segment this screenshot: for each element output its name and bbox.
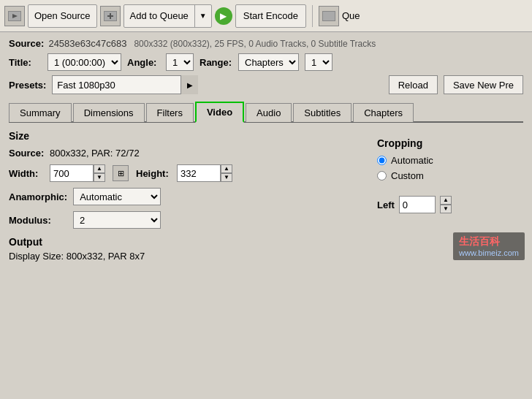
svg-rect-8 — [323, 12, 335, 20]
presets-container: ▶ — [52, 75, 198, 94]
range-extra-select[interactable]: 1 — [305, 53, 332, 71]
left-spinners: ▲ ▼ — [440, 196, 452, 213]
start-encode-label: Start Encode — [243, 10, 298, 21]
tab-dimensions[interactable]: Dimensions — [73, 103, 145, 122]
height-down-button[interactable]: ▼ — [221, 173, 232, 182]
cropping-auto-radio[interactable] — [377, 156, 387, 165]
output-title: Output — [9, 236, 362, 248]
watermark-url: www.bimeiz.com — [459, 248, 519, 257]
cropping-custom-row: Custom — [377, 170, 523, 181]
height-up-button[interactable]: ▲ — [221, 164, 232, 173]
reload-button[interactable]: Reload — [389, 75, 438, 94]
anamorphic-row: Anamorphic: Automatic None Loose Custom — [9, 188, 362, 205]
range-label: Range: — [200, 57, 232, 68]
cropping-section: Cropping Automatic Custom — [377, 137, 523, 181]
add-to-queue-main[interactable]: Add to Queue — [124, 5, 195, 27]
open-source-button[interactable]: Open Source — [28, 4, 97, 28]
cropping-radio-group: Automatic Custom — [377, 155, 523, 181]
left-down-button[interactable]: ▼ — [440, 205, 452, 213]
angle-select[interactable]: 1 — [166, 53, 194, 71]
width-down-button[interactable]: ▼ — [94, 173, 105, 182]
left-field-row: Left ▲ ▼ — [377, 196, 523, 213]
cropping-auto-row: Automatic — [377, 155, 523, 166]
width-label: Width: — [9, 168, 45, 179]
left-input[interactable] — [399, 196, 436, 213]
tab-filters[interactable]: Filters — [146, 103, 194, 122]
width-spinners: ▲ ▼ — [94, 164, 105, 182]
toolbar-separator — [312, 5, 313, 27]
output-section: Output Display Size: 800x332, PAR 8x7 — [9, 236, 362, 262]
source-size-value: 800x332, PAR: 72/72 — [50, 148, 140, 159]
tab-summary[interactable]: Summary — [9, 103, 72, 122]
presets-label: Presets: — [9, 80, 46, 91]
width-up-button[interactable]: ▲ — [94, 164, 105, 173]
source-line: Source: 24583e63c47c683 800x332 (800x332… — [9, 38, 523, 49]
width-input[interactable] — [50, 164, 94, 182]
tab-subtitles[interactable]: Subtitles — [293, 103, 352, 122]
dimensions-row: Width: ▲ ▼ ⊞ Height: ▲ ▼ — [9, 164, 362, 182]
presets-row: Presets: ▶ Reload Save New Pre — [9, 75, 523, 94]
size-section-title: Size — [9, 130, 362, 142]
anamorphic-select[interactable]: Automatic None Loose Custom — [73, 188, 161, 205]
title-row: Title: 1 (00:00:00) Angle: 1 Range: Chap… — [9, 53, 523, 71]
display-size: Display Size: 800x332, PAR 8x7 — [9, 251, 362, 262]
width-spinner: ▲ ▼ — [50, 164, 105, 182]
left-label: Left — [377, 200, 395, 210]
height-input[interactable] — [177, 164, 221, 182]
add-to-queue-label: Add to Queue — [130, 10, 189, 21]
open-source-label: Open Source — [34, 10, 91, 21]
title-select[interactable]: 1 (00:00:00) — [48, 53, 121, 71]
tab-video[interactable]: Video — [195, 102, 244, 123]
cropping-title: Cropping — [377, 137, 523, 149]
toolbar: Open Source Add to Queue ▼ ▶ Start Encod… — [0, 0, 532, 32]
watermark-text: 生活百科 — [459, 235, 519, 248]
open-source-icon — [4, 6, 25, 26]
left-panel: Size Source: 800x332, PAR: 72/72 Width: … — [9, 130, 362, 262]
source-label: Source: — [9, 38, 44, 49]
height-spinner: ▲ ▼ — [177, 164, 232, 182]
cropping-custom-radio[interactable] — [377, 171, 387, 180]
source-size-label: Source: — [9, 148, 45, 159]
play-icon: ▶ — [215, 7, 232, 25]
modulus-row: Modulus: 2 4 8 16 — [9, 211, 362, 229]
angle-label: Angle: — [127, 57, 160, 68]
source-info: 800x332 (800x332), 25 FPS, 0 Audio Track… — [134, 39, 376, 49]
main-content: Source: 24583e63c47c683 800x332 (800x332… — [0, 32, 532, 267]
range-select[interactable]: Chapters — [238, 53, 299, 71]
presets-dropdown-arrow[interactable]: ▶ — [180, 75, 198, 94]
save-new-preset-button[interactable]: Save New Pre — [444, 75, 523, 94]
queue-icon — [319, 6, 339, 26]
add-to-queue-dropdown-arrow[interactable]: ▼ — [195, 5, 211, 27]
queue-label: Que — [342, 10, 360, 21]
add-queue-icon — [100, 6, 121, 26]
cropping-auto-label: Automatic — [391, 155, 433, 166]
tab-content: Size Source: 800x332, PAR: 72/72 Width: … — [9, 130, 523, 262]
tabs-container: Summary Dimensions Filters Video Audio S… — [9, 100, 523, 123]
modulus-label: Modulus: — [9, 215, 67, 226]
source-hash: 24583e63c47c683 — [48, 38, 126, 49]
tab-chapters[interactable]: Chapters — [353, 103, 414, 122]
title-label: Title: — [9, 57, 42, 68]
watermark: 生活百科 www.bimeiz.com — [453, 232, 525, 260]
height-label: Height: — [136, 168, 172, 179]
anamorphic-label: Anamorphic: — [9, 191, 67, 202]
height-spinners: ▲ ▼ — [221, 164, 232, 182]
cropping-custom-label: Custom — [391, 170, 424, 181]
modulus-select[interactable]: 2 4 8 16 — [73, 211, 161, 229]
filter-icon[interactable]: ⊞ — [113, 165, 129, 181]
presets-input[interactable] — [52, 75, 198, 94]
start-encode-button[interactable]: Start Encode — [235, 4, 306, 28]
tab-audio[interactable]: Audio — [246, 103, 292, 122]
left-up-button[interactable]: ▲ — [440, 196, 452, 205]
source-info-row: Source: 800x332, PAR: 72/72 — [9, 148, 362, 159]
add-to-queue-button[interactable]: Add to Queue ▼ — [123, 4, 212, 28]
